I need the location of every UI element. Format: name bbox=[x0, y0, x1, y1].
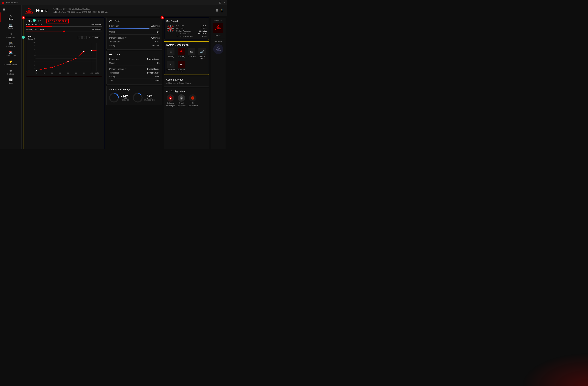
gamevisual-sublabel: Default bbox=[179, 102, 184, 104]
sidebar-label-gamevisual: GameVisual bbox=[6, 45, 15, 47]
config-boot-sound[interactable]: 🔊 Boot Up Sound bbox=[198, 48, 207, 60]
svg-point-54 bbox=[133, 93, 142, 102]
svg-text:10: 10 bbox=[34, 70, 36, 72]
mem-storage-title: Memory and Storage bbox=[109, 88, 160, 91]
fan-graph: 100 90 80 70 60 50 40 30 20 10 bbox=[28, 41, 100, 74]
mem-storage-content: 15.6% RAM 4.9/31.4GB bbox=[109, 92, 160, 103]
gamevisual-app-label: GameVisual bbox=[177, 105, 186, 107]
cpu-fan-label: CPU Fan bbox=[176, 25, 184, 27]
undo-button[interactable]: Undo bbox=[92, 36, 100, 39]
cpu-stats-card: 2 CPU Stats Frequency 3601MHz Usage 2% bbox=[106, 18, 162, 50]
app-config-gamefirst[interactable]: AI AI GameFirst VI bbox=[188, 94, 198, 107]
ram-gauge bbox=[109, 92, 119, 103]
svg-text:70: 70 bbox=[34, 51, 36, 53]
tab-rog-xg[interactable]: ROG XG MOBILE bbox=[46, 19, 69, 23]
restore-button[interactable]: ❐ bbox=[219, 1, 222, 4]
config-rog-key[interactable]: ROG Key bbox=[177, 48, 186, 60]
mem-clock-fill bbox=[26, 31, 64, 31]
sidebar-item-gamelibrary[interactable]: 📚 Game Library bbox=[0, 49, 21, 58]
gpu-usage-value: 0% bbox=[157, 62, 160, 64]
gpu-mem-freq-row: Memory Frequency Power Saving bbox=[109, 67, 160, 71]
win-key-icon: ⊞ bbox=[167, 48, 174, 55]
right-panel: Fan Speed bbox=[164, 18, 209, 149]
sidebar-item-featured[interactable]: ★ Featured bbox=[0, 67, 21, 77]
svg-marker-72 bbox=[217, 47, 220, 51]
gpu-stats-card: GPU Stats Frequency Power Saving Usage 0… bbox=[106, 51, 162, 85]
gpu-usage-label: Usage bbox=[109, 62, 115, 64]
tab-gpu[interactable]: GPU bbox=[36, 19, 44, 23]
window-controls: — ❐ ✕ bbox=[215, 1, 226, 4]
preset-btn-2[interactable]: 2 bbox=[82, 36, 86, 39]
gpu-freq-value: Power Saving bbox=[147, 58, 160, 60]
close-button[interactable]: ✕ bbox=[223, 1, 226, 4]
preset-btn-1[interactable]: 1 bbox=[78, 36, 82, 39]
xg-acoustics-row: XG Mobile Acoustics 0 dBA bbox=[176, 35, 207, 38]
config-win-key[interactable]: ⊞ Win Key bbox=[166, 48, 175, 60]
my-profile-title: My Profile bbox=[212, 41, 225, 43]
svg-text:100: 100 bbox=[90, 72, 93, 74]
base-clock-label: Base Clock Offset bbox=[26, 23, 87, 26]
svg-point-44 bbox=[44, 68, 45, 69]
profile-1-label: Profile 1 bbox=[212, 35, 225, 37]
app-config-title: App Configuration bbox=[166, 90, 207, 93]
sidebar-label-scenario: Scenario Profiles bbox=[4, 64, 17, 66]
game-launcher-desc: Add games to Game Library bbox=[166, 82, 207, 84]
sidebar-item-device[interactable]: 💻 Device bbox=[0, 22, 21, 31]
sys-config-card: 3 System Configuration ⊞ Win Key ROG Key bbox=[164, 41, 209, 75]
gamefirst-sublabel: AI bbox=[192, 102, 193, 104]
base-clock-thumb[interactable] bbox=[50, 26, 52, 27]
config-igpu[interactable]: ▫ iGPU mode bbox=[166, 61, 175, 73]
my-profile-icon[interactable] bbox=[213, 44, 223, 54]
sidebar-label-gamelibrary: Game Library bbox=[6, 55, 16, 57]
gpu-mem-freq-value: Power Saving bbox=[147, 68, 160, 70]
phone-icon[interactable]: 📱 bbox=[220, 9, 224, 12]
mem-clock-thumb[interactable] bbox=[63, 30, 65, 32]
svg-text:30: 30 bbox=[35, 72, 37, 74]
preset-btn-3[interactable]: 3 bbox=[87, 36, 91, 39]
gpu-freq-label: Frequency bbox=[109, 58, 119, 60]
hamburger-menu[interactable]: ☰ bbox=[0, 7, 21, 12]
boot-sound-label: Boot Up Sound bbox=[198, 56, 207, 60]
sidebar: ☰ ⌂ Home 💻 Device ⊙ AURA Sync 🎮 GameVisu… bbox=[0, 5, 22, 149]
minimize-button[interactable]: — bbox=[215, 1, 218, 4]
svg-point-45 bbox=[52, 67, 53, 68]
mem-storage-card: Memory and Storage 15.6% RAM bbox=[106, 86, 162, 105]
gpu-volt-label: Voltage bbox=[109, 76, 116, 78]
sidebar-item-home[interactable]: ⌂ Home bbox=[0, 12, 21, 22]
gpu-fan-value: 0 RPM bbox=[201, 27, 207, 29]
sidebar-item-news[interactable]: 📰 News bbox=[0, 77, 21, 86]
cpu-temp-label: Temperature bbox=[109, 41, 120, 43]
gpu-volt-value: 0mV bbox=[155, 76, 160, 78]
gpu-stats-title: GPU Stats bbox=[109, 53, 160, 56]
config-xg-led[interactable]: ✦ XG Mobile LED bbox=[177, 61, 186, 73]
display-icon[interactable]: 🖥 bbox=[215, 9, 218, 12]
sys-acoustics-value: 20.5 dBA bbox=[199, 30, 207, 32]
gpu-tgp-row: TGP 150W bbox=[109, 79, 160, 82]
cpu-freq-row: Frequency 3601MHz bbox=[109, 24, 160, 28]
touch-pad-icon: ▭ bbox=[188, 48, 195, 55]
title-bar: Armoury Crate — ❐ ✕ bbox=[0, 0, 227, 5]
config-grid: ⊞ Win Key ROG Key ▭ Touch Pad bbox=[166, 48, 207, 73]
cpu-usage-value: 2% bbox=[157, 31, 160, 33]
cpu-usage-label: Usage bbox=[109, 31, 115, 33]
cpu-fan-value: 0 RPM bbox=[201, 25, 207, 27]
storage-gauge bbox=[132, 92, 143, 103]
fan-icon bbox=[166, 24, 175, 33]
header: Home AMD Ryzen 9 5980HS with Radeon Grap… bbox=[22, 5, 227, 16]
base-clock-row: Base Clock Offset 100/300 MHz bbox=[26, 23, 102, 26]
base-clock-value: 100/300 MHz bbox=[87, 23, 102, 26]
game-launcher-title: Game Launcher bbox=[166, 78, 207, 81]
app-logo bbox=[2, 1, 4, 4]
fan-speed-content: CPU Fan 0 RPM GPU Fan 0 RPM System Acous… bbox=[166, 24, 207, 38]
sidebar-item-scenario[interactable]: ⚡ Scenario Profiles bbox=[0, 58, 21, 67]
sidebar-item-aura[interactable]: ⊙ AURA Sync bbox=[0, 31, 21, 40]
app-config-gamevisual[interactable]: ⊗ Default GameVisual bbox=[177, 94, 186, 107]
sidebar-item-gamevisual[interactable]: 🎮 GameVisual bbox=[0, 40, 21, 49]
app-config-aura[interactable]: ▲ Rainbow AURA Sync bbox=[166, 94, 175, 107]
aura-sync-sublabel: Rainbow bbox=[167, 102, 174, 104]
config-touch-pad[interactable]: ▭ Touch Pad bbox=[187, 48, 196, 60]
svg-text:40: 40 bbox=[34, 61, 36, 63]
cpu-volt-row: Voltage 1481mV bbox=[109, 44, 160, 47]
scenario-icon-display[interactable] bbox=[213, 23, 223, 33]
svg-text:80: 80 bbox=[75, 72, 77, 74]
